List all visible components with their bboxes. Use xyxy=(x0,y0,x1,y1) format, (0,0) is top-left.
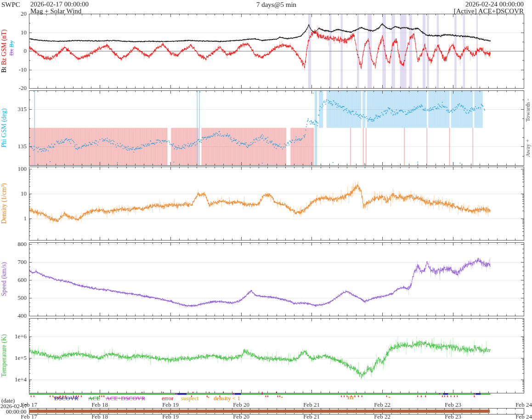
x-tick-label: Feb 23 xyxy=(437,401,469,409)
density-axis-title: Density (1/cm³) xyxy=(0,167,8,240)
y-tick-label: 700 xyxy=(7,258,27,266)
app-logo: SWPC xyxy=(1,1,20,9)
y-tick-label: 100 xyxy=(7,165,27,173)
y-tick-label: 1e+5 xyxy=(7,354,27,362)
y-tick-label: 1 xyxy=(7,215,27,222)
overview-x-tick-label: Feb 19 xyxy=(154,413,187,420)
speed-axis-title: Speed (km/s) xyxy=(0,242,8,316)
y-tick-label: 315 xyxy=(7,106,27,113)
speed-label: Speed (km/s) xyxy=(0,262,7,296)
y-tick-label: -10 xyxy=(7,66,27,73)
overview-x-tick-label: Feb 17 xyxy=(13,413,45,420)
towards-text: Towards - xyxy=(525,99,531,122)
by-hidden-toggle[interactable]: By xyxy=(8,40,15,47)
y-tick-label: 10 xyxy=(7,29,27,36)
temperature-axis-title: Temperature (K) xyxy=(0,318,8,393)
x-tick-label: Feb 22 xyxy=(366,401,398,409)
y-tick-label: 10 xyxy=(7,190,27,197)
x-tick-label: Feb 20 xyxy=(225,401,257,409)
swpc-solar-wind-viewer: SWPC 2026-02-17 00:00:00 Mag + Solar Win… xyxy=(0,0,532,420)
overview-x-tick-label: Feb 24 xyxy=(508,413,532,420)
y-tick-label: 1e+6 xyxy=(7,333,27,340)
y-tick-label: 20 xyxy=(7,10,27,17)
y-tick-label: 800 xyxy=(7,241,27,248)
phi-axis-title: Phi GSM (deg) xyxy=(0,90,8,165)
overview-x-tick-label: Feb 23 xyxy=(437,413,469,420)
overview-x-tick-label: Feb 20 xyxy=(225,413,257,420)
phi-label: Phi GSM (deg) xyxy=(0,108,7,148)
bz-label: Bz GSM (nT) xyxy=(0,29,7,65)
away-sector-label: Away + xyxy=(524,130,532,165)
x-tick-label: Feb 17 xyxy=(13,401,45,409)
bt-label: Bt xyxy=(0,67,7,73)
y-tick-label: 0 xyxy=(7,47,27,55)
y-tick-label: 500 xyxy=(7,294,27,302)
x-tick-label: Feb 19 xyxy=(154,401,187,409)
temperature-label: Temperature (K) xyxy=(0,334,7,377)
x-tick-label: Feb 18 xyxy=(84,401,116,409)
legend-dscovr-toggle[interactable]: DSCOVR xyxy=(54,395,79,402)
overview-x-tick-label: Feb 22 xyxy=(366,413,398,420)
mag-axis-title: Bt Bz GSM (nT) xyxy=(0,14,8,88)
y-tick-label: 400 xyxy=(7,312,27,319)
active-source-label: [Active] ACE+DSCOVR xyxy=(29,7,524,15)
x-tick-label: Feb 21 xyxy=(295,401,328,409)
y-tick-label: 135 xyxy=(7,143,27,150)
y-tick-label: 1e+4 xyxy=(7,376,27,383)
plot-canvas[interactable] xyxy=(0,0,532,420)
overview-x-tick-label: Feb 18 xyxy=(84,413,116,420)
towards-sector-label: Towards - xyxy=(524,90,532,130)
away-text: Away + xyxy=(525,139,531,157)
density-label: Density (1/cm³) xyxy=(0,183,7,224)
overview-x-tick-label: Feb 21 xyxy=(295,413,328,420)
y-tick-label: -20 xyxy=(7,84,27,92)
y-tick-label: 600 xyxy=(7,276,27,284)
x-tick-label: Feb 24 xyxy=(508,401,532,409)
